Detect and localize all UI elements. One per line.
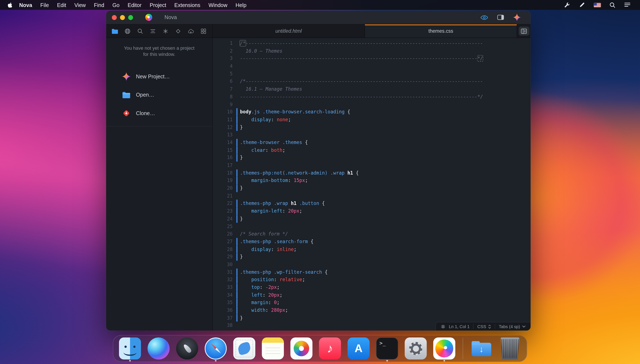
- code-line[interactable]: 19 margin-bottom: 15px;: [213, 177, 530, 184]
- code-line[interactable]: 17: [213, 162, 530, 169]
- close-button[interactable]: [112, 15, 117, 20]
- symbols-diamond-icon[interactable]: [173, 26, 183, 36]
- pen-icon[interactable]: [578, 1, 586, 9]
- code-line[interactable]: 2 16.0 — Themes: [213, 47, 530, 55]
- siri-app-icon: [148, 338, 170, 360]
- code-line[interactable]: 4: [213, 62, 530, 70]
- menu-item-file[interactable]: File: [36, 2, 53, 8]
- dock-item-trash[interactable]: [499, 335, 521, 362]
- code-line[interactable]: 12}: [213, 124, 530, 131]
- code-line[interactable]: 26/* Search form */: [213, 230, 530, 238]
- sidebar-action-clone[interactable]: Clone…: [106, 104, 212, 122]
- dock-item-music[interactable]: ♪: [319, 335, 341, 362]
- dock-item-appstore[interactable]: A: [348, 335, 370, 362]
- line-number: 11: [213, 116, 233, 124]
- code-line[interactable]: 18.themes-php:not(.network-admin) .wrap …: [213, 169, 530, 177]
- dock-item-terminal[interactable]: >_: [376, 335, 398, 362]
- code-line[interactable]: 28 display: inline;: [213, 246, 530, 253]
- menu-item-find[interactable]: Find: [90, 2, 108, 8]
- line-number: 8: [213, 93, 233, 101]
- apple-icon[interactable]: [8, 2, 13, 8]
- folder-icon: [122, 90, 131, 100]
- menu-app-name[interactable]: Nova: [15, 2, 36, 8]
- code-text: .theme-browser .themes {: [240, 139, 530, 146]
- code-line[interactable]: 1/*-------------------------------------…: [213, 40, 530, 47]
- minimize-button[interactable]: [120, 15, 125, 20]
- code-line[interactable]: 34 left: 20px;: [213, 291, 530, 299]
- menu-item-editor[interactable]: Editor: [124, 2, 146, 8]
- code-line[interactable]: 33 top: -2px;: [213, 284, 530, 291]
- code-line[interactable]: 16}: [213, 154, 530, 162]
- code-line[interactable]: 20}: [213, 184, 530, 192]
- dock-item-finder[interactable]: [119, 335, 141, 362]
- window-titlebar[interactable]: Nova: [106, 10, 530, 24]
- dock-item-safari[interactable]: [205, 335, 227, 362]
- menu-item-project[interactable]: Project: [146, 2, 170, 8]
- dock-item-notes[interactable]: [262, 335, 284, 362]
- dock-item-downloads[interactable]: ↓: [470, 335, 492, 362]
- code-line[interactable]: 22.themes-php .wrap h1 .button {: [213, 200, 530, 207]
- tab-untitled-html[interactable]: untitled.html: [213, 24, 365, 38]
- text-align-icon[interactable]: [148, 26, 158, 36]
- asterisk-icon[interactable]: [161, 26, 170, 36]
- dock-item-nova[interactable]: [433, 335, 455, 362]
- code-line[interactable]: 14.theme-browser .themes {: [213, 139, 530, 146]
- cursor-position[interactable]: Ln 1, Col 1: [449, 324, 470, 329]
- code-line[interactable]: 30: [213, 261, 530, 268]
- code-line[interactable]: 3---------------------------------------…: [213, 55, 530, 62]
- dock-item-settings[interactable]: [405, 335, 427, 362]
- search-icon[interactable]: [135, 26, 145, 36]
- code-line[interactable]: 32 position: relative;: [213, 276, 530, 284]
- code-line[interactable]: 27.themes-php .search-form {: [213, 238, 530, 246]
- code-line[interactable]: 10body.js .theme-browser.search-loading …: [213, 108, 530, 116]
- code-line[interactable]: 8---------------------------------------…: [213, 93, 530, 101]
- preview-eye-icon[interactable]: [480, 15, 488, 20]
- dock-item-launchpad[interactable]: [176, 335, 198, 362]
- code-line[interactable]: 23 margin-left: 20px;: [213, 207, 530, 215]
- tool-icon[interactable]: [563, 1, 571, 9]
- tabs-setting-selector[interactable]: Tabs (4 sp): [499, 324, 526, 329]
- code-line[interactable]: 25: [213, 222, 530, 230]
- dock-item-siri[interactable]: [148, 335, 170, 362]
- code-line[interactable]: 21: [213, 192, 530, 200]
- menu-item-view[interactable]: View: [70, 2, 90, 8]
- code-line[interactable]: 7 16.1 — Manage Themes: [213, 85, 530, 93]
- code-text: .themes-php .search-form {: [240, 238, 530, 246]
- code-line[interactable]: 35 margin: 0;: [213, 299, 530, 306]
- code-line[interactable]: 13: [213, 131, 530, 139]
- code-line[interactable]: 31.themes-php .wp-filter-search {: [213, 268, 530, 276]
- code-line[interactable]: 29}: [213, 253, 530, 261]
- language-selector[interactable]: CSS: [477, 324, 491, 329]
- panel-layout-icon[interactable]: [497, 15, 504, 20]
- tab-list-icon[interactable]: [519, 26, 529, 36]
- code-line[interactable]: 15 clear: both;: [213, 146, 530, 154]
- remote-globe-icon[interactable]: [123, 26, 132, 36]
- zoom-button[interactable]: [128, 15, 133, 20]
- dock-item-mail[interactable]: [233, 335, 255, 362]
- menu-list-icon[interactable]: [624, 1, 631, 9]
- dock-item-photos[interactable]: [290, 335, 313, 362]
- tab-themes-css[interactable]: themes.css: [365, 24, 517, 38]
- indent-grid-icon[interactable]: [441, 324, 445, 329]
- extensions-grid-icon[interactable]: [199, 26, 208, 36]
- nova-sparkle-icon[interactable]: [513, 14, 521, 21]
- menu-item-edit[interactable]: Edit: [53, 2, 70, 8]
- files-folder-icon[interactable]: [110, 26, 120, 36]
- input-source-flag-icon[interactable]: [593, 1, 601, 9]
- code-line[interactable]: 24}: [213, 215, 530, 222]
- code-line[interactable]: 11 display: none;: [213, 116, 530, 124]
- code-line[interactable]: 5: [213, 70, 530, 78]
- code-line[interactable]: 36 width: 280px;: [213, 306, 530, 314]
- code-editor[interactable]: 1/*-------------------------------------…: [213, 38, 530, 331]
- publish-cloud-icon[interactable]: [186, 26, 196, 36]
- menu-item-extensions[interactable]: Extensions: [170, 2, 204, 8]
- code-line[interactable]: 37}: [213, 314, 530, 322]
- sidebar-action-new-project[interactable]: New Project…: [106, 67, 212, 86]
- code-line[interactable]: 9: [213, 101, 530, 108]
- menu-item-help[interactable]: Help: [231, 2, 251, 8]
- code-line[interactable]: 6/*-------------------------------------…: [213, 78, 530, 85]
- sidebar-action-open[interactable]: Open…: [106, 86, 212, 104]
- menu-item-window[interactable]: Window: [204, 2, 231, 8]
- menu-item-go[interactable]: Go: [108, 2, 124, 8]
- spotlight-search-icon[interactable]: [608, 1, 616, 9]
